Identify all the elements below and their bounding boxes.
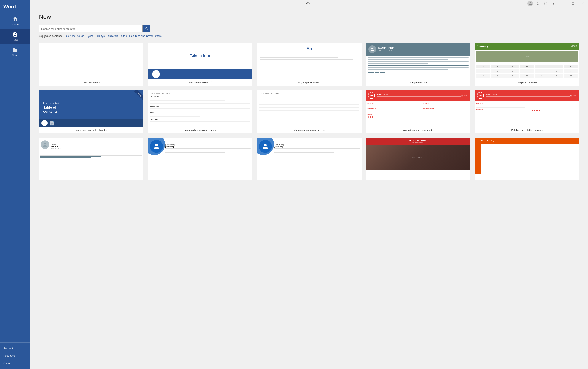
help-icon[interactable]: ? (550, 0, 556, 7)
cal-year: YEAR (571, 45, 577, 48)
minimize-button[interactable]: — (558, 0, 568, 7)
suggested-resumes[interactable]: Resumes and Cover Letters (129, 35, 161, 38)
template-single-spaced[interactable]: Aa Single spaced (blank) (257, 43, 361, 86)
sidebar-bottom: Account Feedback Options (0, 342, 30, 369)
ss-line-2 (260, 55, 348, 55)
template-preview-blue-circle-1: [First Name][Surname] (148, 138, 252, 174)
template-newsletter[interactable]: HEADLINE TITLE Newsletter subtitle Not a… (366, 138, 471, 180)
suggested-cards[interactable]: Cards (77, 35, 84, 38)
template-preview-polished-cover: YN YOUR NAME ▣ MOO CONTACT (475, 90, 579, 127)
template-label-blue-circle-1 (148, 174, 252, 180)
maximize-button[interactable]: ❐ (568, 0, 578, 7)
sidebar: Word Home New Open Account Feedback Opti… (0, 0, 30, 369)
polished-yn-badge: YN (368, 92, 375, 99)
template-label-blue-grey: Blue grey resume (366, 80, 471, 86)
newsletter-visual: HEADLINE TITLE Newsletter subtitle Not a… (366, 138, 471, 174)
sidebar-item-label-new: New (12, 38, 18, 41)
nl-header: HEADLINE TITLE Newsletter subtitle (366, 138, 471, 145)
sidebar-item-home[interactable]: Home (0, 13, 30, 29)
tour-top: Take a tour (148, 43, 252, 69)
template-polished-cover[interactable]: YN YOUR NAME ▣ MOO CONTACT (475, 90, 579, 133)
pin-icon[interactable]: ✦ (211, 80, 213, 83)
template-orange[interactable]: Title or Reading (475, 138, 579, 180)
tour-bottom: → (148, 69, 252, 80)
sidebar-item-new[interactable]: New (0, 29, 30, 44)
photo-body (39, 151, 144, 174)
suggested-letters[interactable]: Letters (120, 35, 128, 38)
photo-resume-top: NAME HERE JOB TITLE HERE (39, 138, 144, 151)
resume-job-title: JOB TITLE HERE (378, 50, 394, 52)
new-doc-icon (12, 32, 18, 37)
sidebar-item-label-home: Home (12, 23, 19, 26)
template-label-blank: Blank document (39, 80, 144, 86)
template-label-row-tour: Welcome to Word ✦ (148, 80, 252, 86)
polished-cover-yn: YN (477, 92, 484, 99)
sidebar-account[interactable]: Account (0, 345, 30, 352)
photo-avatar (41, 140, 49, 149)
resume-body (366, 56, 471, 80)
templates-grid: Blank document Take a tour → Welcome to (39, 43, 579, 180)
photo-resume-visual-1: NAME HERE JOB TITLE HERE (39, 138, 144, 174)
template-blue-circle-1[interactable]: [First Name][Surname] (148, 138, 252, 180)
tour-text: Take a tour (190, 53, 210, 58)
template-label-orange (475, 174, 579, 180)
photo-name-block: NAME HERE JOB TITLE HERE (51, 143, 61, 149)
suggested-searches: Suggested searches: Business Cards Flyer… (39, 35, 579, 38)
resume-avatar (368, 45, 376, 53)
single-spaced-visual: Aa (257, 43, 361, 80)
ss-line-3 (260, 57, 338, 58)
polished-cover-visual: YN YOUR NAME ▣ MOO CONTACT (475, 90, 579, 127)
template-snapshot-calendar[interactable]: January YEAR Title S M T W T F (475, 43, 579, 86)
template-tour[interactable]: Take a tour → Welcome to Word ✦ (148, 43, 252, 86)
page-title: New (39, 13, 579, 20)
main-area: Word ☺ ☹ ? — ❐ ✕ New Suggested searches: (30, 0, 588, 369)
ss-line-6 (260, 64, 343, 64)
template-blank[interactable]: Blank document (39, 43, 144, 86)
titlebar: Word ☺ ☹ ? — ❐ ✕ (30, 0, 588, 7)
polished-body: OBJECTIVE EXPERIENCE SKILLS (366, 101, 471, 127)
nl-body (366, 170, 471, 174)
emoji-happy-icon[interactable]: ☺ (535, 0, 541, 7)
suggested-business[interactable]: Business (65, 35, 76, 38)
suggested-education[interactable]: Education (106, 35, 118, 38)
home-icon (12, 16, 18, 21)
emoji-sad-icon[interactable]: ☹ (543, 0, 549, 7)
template-preview-blank (39, 43, 144, 80)
toc-new-ribbon (131, 90, 144, 103)
template-modern-chrono-resume[interactable]: FIRST NAME LAST NAME EXPERIENCE EDUCATIO… (148, 90, 252, 133)
suggested-holidays[interactable]: Holidays (95, 35, 105, 38)
suggested-flyers[interactable]: Flyers (86, 35, 93, 38)
ss-line-4 (260, 59, 353, 60)
tour-arrow-icon: → (152, 70, 160, 78)
resume-name: NAME HERE (378, 47, 394, 50)
template-label-modern-cover: Modern chronological cover... (257, 127, 361, 133)
template-polished-resume[interactable]: YN YOUR NAME ▣ MOO OBJECTIVE (366, 90, 471, 133)
user-avatar[interactable] (527, 1, 533, 6)
close-button[interactable]: ✕ (578, 0, 588, 7)
template-photo-resume-1[interactable]: NAME HERE JOB TITLE HERE (39, 138, 144, 180)
template-preview-calendar: January YEAR Title S M T W T F (475, 43, 579, 80)
search-button[interactable] (143, 25, 150, 32)
cal-image: Title (476, 51, 578, 62)
template-label-blue-circle-2 (257, 174, 361, 180)
template-label-photo-1 (39, 174, 144, 180)
toc-arrow-icon: → (42, 120, 48, 126)
cal-body: S M T W T F S 1 2 3 4 5 (475, 63, 579, 80)
template-preview-modern-chrono: FIRST NAME LAST NAME EXPERIENCE EDUCATIO… (148, 90, 252, 127)
toc-doc-icon: 📄 (49, 121, 55, 126)
search-input[interactable] (39, 25, 143, 32)
template-label-modern-chrono: Modern chronological resume (148, 127, 252, 133)
toc-bottom: → 📄 (39, 119, 144, 127)
blue-circle-visual-1: [First Name][Surname] (148, 138, 252, 174)
template-blue-grey-resume[interactable]: NAME HERE JOB TITLE HERE (366, 43, 471, 86)
template-blue-circle-2[interactable]: [First Name][Surname] (257, 138, 361, 180)
modern-resume-visual: FIRST NAME LAST NAME EXPERIENCE EDUCATIO… (148, 90, 252, 127)
sidebar-options[interactable]: Options (0, 359, 30, 367)
template-toc[interactable]: Insert your first Table ofcontents → 📄 I… (39, 90, 144, 133)
template-modern-chrono-cover[interactable]: FIRST NAME LAST NAME Modern c (257, 90, 361, 133)
titlebar-controls: — ❐ ✕ (558, 0, 588, 7)
sidebar-item-open[interactable]: Open (0, 44, 30, 60)
template-label-calendar: Snapshot calendar (475, 80, 579, 86)
sidebar-feedback[interactable]: Feedback (0, 352, 30, 359)
cal-header: January YEAR (475, 43, 579, 50)
